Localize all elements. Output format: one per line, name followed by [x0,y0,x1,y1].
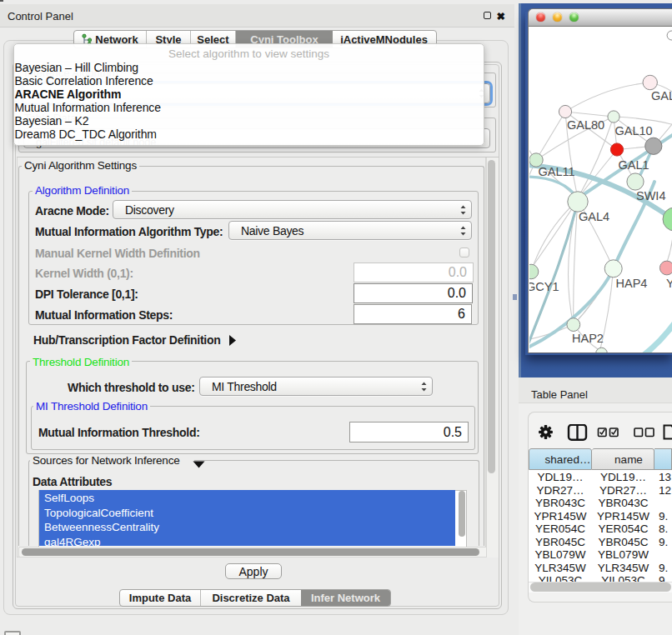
svg-text:HAP2: HAP2 [572,332,604,345]
svg-text:GAL10: GAL10 [615,124,653,138]
svg-text:Y: Y [666,277,672,290]
svg-text:GAL1: GAL1 [619,158,649,172]
svg-text:GAL: GAL [651,89,672,102]
svg-text:GAL80: GAL80 [567,118,604,132]
svg-text:GAL4: GAL4 [579,210,609,223]
svg-text:HAP4: HAP4 [616,277,648,290]
svg-text:GCY1: GCY1 [529,280,559,293]
svg-text:SWI4: SWI4 [636,189,665,202]
svg-text:GAL11: GAL11 [539,165,575,178]
